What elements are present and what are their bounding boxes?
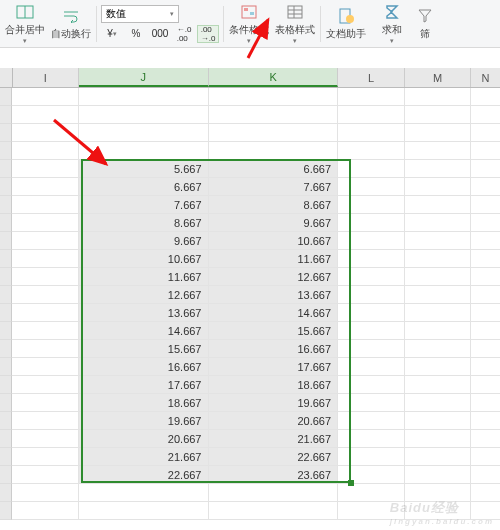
sum-button[interactable]: 求和 ▾ (369, 2, 415, 46)
cell[interactable] (405, 106, 471, 124)
cell[interactable] (338, 358, 404, 376)
row-header[interactable] (0, 340, 12, 358)
number-format-select[interactable]: 数值 ▾ (101, 5, 179, 23)
cell[interactable] (338, 214, 404, 232)
cell[interactable] (79, 88, 209, 106)
cell[interactable]: 5.667 (79, 160, 209, 178)
cell[interactable]: 13.667 (79, 304, 209, 322)
cell[interactable] (471, 196, 500, 214)
cell[interactable] (12, 232, 78, 250)
row-header[interactable] (0, 196, 12, 214)
cell[interactable] (338, 340, 404, 358)
cell[interactable] (471, 394, 500, 412)
cell[interactable]: 12.667 (79, 286, 209, 304)
cell[interactable] (405, 232, 471, 250)
cell[interactable] (79, 484, 209, 502)
spreadsheet-grid[interactable]: 5.6676.6676.6677.6677.6678.6678.6679.667… (0, 88, 500, 520)
cell[interactable] (471, 214, 500, 232)
row-header[interactable] (0, 358, 12, 376)
cell[interactable] (405, 304, 471, 322)
cell[interactable] (471, 268, 500, 286)
cell[interactable] (338, 484, 404, 502)
cell[interactable] (471, 358, 500, 376)
cell[interactable] (471, 142, 500, 160)
cell[interactable] (12, 160, 78, 178)
cell[interactable]: 10.667 (79, 250, 209, 268)
cell[interactable] (405, 358, 471, 376)
increase-decimal-button[interactable]: ←.0.00 (173, 25, 195, 43)
cell[interactable] (12, 124, 78, 142)
row-header[interactable] (0, 232, 12, 250)
cell[interactable]: 15.667 (209, 322, 339, 340)
cell[interactable] (338, 304, 404, 322)
cell[interactable]: 12.667 (209, 268, 339, 286)
cell[interactable] (12, 484, 78, 502)
cell[interactable]: 6.667 (79, 178, 209, 196)
row-header[interactable] (0, 124, 12, 142)
cell[interactable] (79, 142, 209, 160)
cell[interactable] (405, 268, 471, 286)
cell[interactable]: 9.667 (209, 214, 339, 232)
cell[interactable] (471, 430, 500, 448)
cell[interactable] (12, 286, 78, 304)
row-header[interactable] (0, 376, 12, 394)
cell[interactable]: 23.667 (209, 466, 339, 484)
cell[interactable] (471, 304, 500, 322)
cell[interactable] (209, 142, 339, 160)
cell[interactable] (471, 484, 500, 502)
row-header[interactable] (0, 430, 12, 448)
cell[interactable] (338, 88, 404, 106)
cell[interactable]: 9.667 (79, 232, 209, 250)
cell[interactable] (471, 376, 500, 394)
cell[interactable] (338, 178, 404, 196)
cell[interactable] (405, 430, 471, 448)
cell[interactable]: 20.667 (209, 412, 339, 430)
row-header[interactable] (0, 268, 12, 286)
cell[interactable] (471, 106, 500, 124)
cell[interactable] (405, 196, 471, 214)
cell[interactable] (338, 376, 404, 394)
cell[interactable]: 8.667 (209, 196, 339, 214)
cell[interactable]: 16.667 (79, 358, 209, 376)
cell[interactable] (12, 196, 78, 214)
cell[interactable]: 13.667 (209, 286, 339, 304)
cell[interactable] (471, 160, 500, 178)
cell[interactable] (338, 412, 404, 430)
cell[interactable] (405, 412, 471, 430)
row-header[interactable] (0, 394, 12, 412)
cell[interactable] (471, 340, 500, 358)
cell[interactable] (338, 430, 404, 448)
cell[interactable] (79, 502, 209, 520)
cell[interactable] (405, 322, 471, 340)
col-header-m[interactable]: M (405, 68, 471, 87)
cell[interactable]: 7.667 (209, 178, 339, 196)
cell[interactable] (338, 268, 404, 286)
cell[interactable] (12, 358, 78, 376)
wrap-text-button[interactable]: 自动换行 (48, 2, 94, 46)
cell[interactable] (12, 214, 78, 232)
cell[interactable] (471, 412, 500, 430)
cell[interactable]: 11.667 (79, 268, 209, 286)
row-header[interactable] (0, 448, 12, 466)
cell[interactable] (209, 88, 339, 106)
col-header-j[interactable]: J (79, 68, 209, 87)
doc-helper-button[interactable]: 文档助手 (323, 2, 369, 46)
cell[interactable] (338, 502, 404, 520)
cell[interactable] (79, 124, 209, 142)
cell[interactable] (12, 502, 78, 520)
row-header[interactable] (0, 160, 12, 178)
cell[interactable]: 7.667 (79, 196, 209, 214)
cell[interactable] (405, 484, 471, 502)
cell[interactable] (12, 448, 78, 466)
cell[interactable] (12, 466, 78, 484)
cell[interactable]: 14.667 (209, 304, 339, 322)
cell[interactable] (338, 196, 404, 214)
cell[interactable] (338, 142, 404, 160)
cell[interactable] (338, 322, 404, 340)
row-header[interactable] (0, 178, 12, 196)
cell[interactable]: 14.667 (79, 322, 209, 340)
cell[interactable] (471, 466, 500, 484)
decrease-decimal-button[interactable]: .00→.0 (197, 25, 219, 43)
cell[interactable] (405, 394, 471, 412)
cell[interactable] (12, 430, 78, 448)
